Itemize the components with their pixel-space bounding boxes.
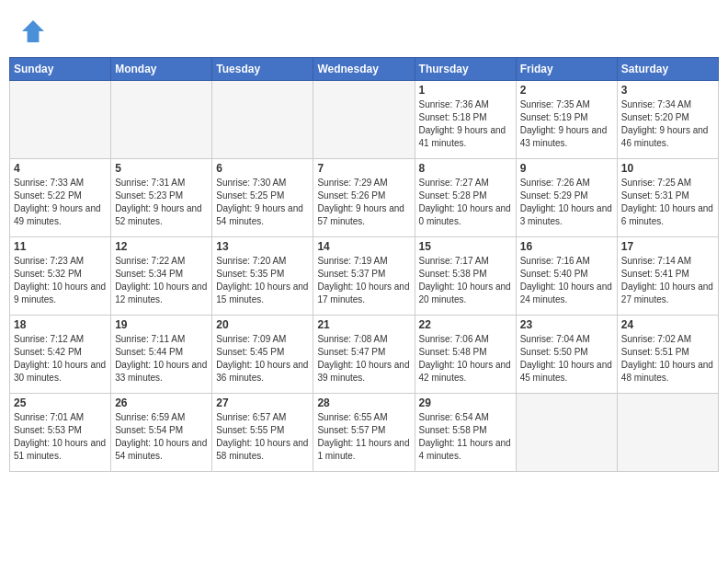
- day-detail: Sunrise: 7:30 AMSunset: 5:25 PMDaylight:…: [216, 177, 309, 228]
- calendar: SundayMondayTuesdayWednesdayThursdayFrid…: [9, 57, 719, 472]
- calendar-week-4: 18Sunrise: 7:12 AMSunset: 5:42 PMDayligh…: [10, 316, 719, 394]
- calendar-cell: 12Sunrise: 7:22 AMSunset: 5:34 PMDayligh…: [111, 237, 212, 316]
- day-number: 26: [115, 396, 208, 409]
- day-number: 20: [216, 318, 309, 331]
- logo: [18, 17, 51, 46]
- day-detail: Sunrise: 7:23 AMSunset: 5:32 PMDaylight:…: [14, 255, 107, 306]
- calendar-cell: 8Sunrise: 7:27 AMSunset: 5:28 PMDaylight…: [415, 159, 516, 237]
- day-number: 17: [621, 240, 714, 253]
- calendar-header-monday: Monday: [111, 58, 212, 81]
- day-detail: Sunrise: 6:55 AMSunset: 5:57 PMDaylight:…: [317, 411, 410, 463]
- day-number: 16: [520, 240, 613, 253]
- day-number: 23: [520, 318, 613, 331]
- day-detail: Sunrise: 7:08 AMSunset: 5:47 PMDaylight:…: [317, 333, 410, 385]
- day-number: 10: [621, 162, 714, 175]
- day-number: 28: [317, 396, 410, 409]
- day-detail: Sunrise: 7:35 AMSunset: 5:19 PMDaylight:…: [520, 98, 613, 150]
- day-number: 18: [14, 318, 107, 331]
- day-detail: Sunrise: 7:04 AMSunset: 5:50 PMDaylight:…: [520, 333, 613, 385]
- day-number: 7: [317, 162, 410, 175]
- day-number: 8: [419, 162, 512, 175]
- calendar-header-friday: Friday: [516, 58, 617, 81]
- day-detail: Sunrise: 7:27 AMSunset: 5:28 PMDaylight:…: [419, 177, 512, 228]
- day-detail: Sunrise: 6:54 AMSunset: 5:58 PMDaylight:…: [419, 411, 512, 463]
- calendar-cell: 18Sunrise: 7:12 AMSunset: 5:42 PMDayligh…: [10, 316, 111, 394]
- day-number: 25: [14, 396, 107, 409]
- calendar-cell: 25Sunrise: 7:01 AMSunset: 5:53 PMDayligh…: [10, 394, 111, 472]
- day-detail: Sunrise: 7:17 AMSunset: 5:38 PMDaylight:…: [419, 255, 512, 306]
- calendar-header-saturday: Saturday: [617, 58, 718, 81]
- calendar-cell: [10, 81, 111, 159]
- calendar-cell: [111, 81, 212, 159]
- calendar-header-wednesday: Wednesday: [313, 58, 415, 81]
- calendar-cell: 10Sunrise: 7:25 AMSunset: 5:31 PMDayligh…: [617, 159, 718, 237]
- svg-marker-0: [22, 20, 44, 42]
- day-detail: Sunrise: 7:34 AMSunset: 5:20 PMDaylight:…: [621, 98, 714, 150]
- day-number: 19: [115, 318, 208, 331]
- day-detail: Sunrise: 7:09 AMSunset: 5:45 PMDaylight:…: [216, 333, 309, 385]
- calendar-cell: 5Sunrise: 7:31 AMSunset: 5:23 PMDaylight…: [111, 159, 212, 237]
- day-detail: Sunrise: 7:01 AMSunset: 5:53 PMDaylight:…: [14, 411, 107, 463]
- day-number: 4: [14, 162, 107, 175]
- calendar-cell: 9Sunrise: 7:26 AMSunset: 5:29 PMDaylight…: [516, 159, 617, 237]
- day-detail: Sunrise: 7:02 AMSunset: 5:51 PMDaylight:…: [621, 333, 714, 385]
- day-detail: Sunrise: 7:26 AMSunset: 5:29 PMDaylight:…: [520, 177, 613, 228]
- calendar-cell: 20Sunrise: 7:09 AMSunset: 5:45 PMDayligh…: [212, 316, 313, 394]
- calendar-week-3: 11Sunrise: 7:23 AMSunset: 5:32 PMDayligh…: [10, 237, 719, 316]
- calendar-cell: 1Sunrise: 7:36 AMSunset: 5:18 PMDaylight…: [415, 81, 516, 159]
- day-detail: Sunrise: 7:31 AMSunset: 5:23 PMDaylight:…: [115, 177, 208, 228]
- calendar-cell: 22Sunrise: 7:06 AMSunset: 5:48 PMDayligh…: [415, 316, 516, 394]
- calendar-cell: 14Sunrise: 7:19 AMSunset: 5:37 PMDayligh…: [313, 237, 415, 316]
- day-number: 5: [115, 162, 208, 175]
- calendar-cell: 13Sunrise: 7:20 AMSunset: 5:35 PMDayligh…: [212, 237, 313, 316]
- calendar-cell: 16Sunrise: 7:16 AMSunset: 5:40 PMDayligh…: [516, 237, 617, 316]
- day-number: 21: [317, 318, 410, 331]
- day-detail: Sunrise: 7:12 AMSunset: 5:42 PMDaylight:…: [14, 333, 107, 385]
- day-number: 3: [621, 84, 714, 97]
- calendar-header-row: SundayMondayTuesdayWednesdayThursdayFrid…: [10, 58, 719, 81]
- day-number: 11: [14, 240, 107, 253]
- calendar-header-sunday: Sunday: [10, 58, 111, 81]
- day-detail: Sunrise: 7:36 AMSunset: 5:18 PMDaylight:…: [419, 98, 512, 150]
- calendar-cell: 29Sunrise: 6:54 AMSunset: 5:58 PMDayligh…: [415, 394, 516, 472]
- calendar-cell: 28Sunrise: 6:55 AMSunset: 5:57 PMDayligh…: [313, 394, 415, 472]
- calendar-week-2: 4Sunrise: 7:33 AMSunset: 5:22 PMDaylight…: [10, 159, 719, 237]
- day-detail: Sunrise: 6:57 AMSunset: 5:55 PMDaylight:…: [216, 411, 309, 463]
- day-number: 24: [621, 318, 714, 331]
- calendar-cell: 26Sunrise: 6:59 AMSunset: 5:54 PMDayligh…: [111, 394, 212, 472]
- calendar-cell: 15Sunrise: 7:17 AMSunset: 5:38 PMDayligh…: [415, 237, 516, 316]
- day-number: 22: [419, 318, 512, 331]
- day-detail: Sunrise: 7:19 AMSunset: 5:37 PMDaylight:…: [317, 255, 410, 306]
- calendar-header-thursday: Thursday: [415, 58, 516, 81]
- calendar-week-5: 25Sunrise: 7:01 AMSunset: 5:53 PMDayligh…: [10, 394, 719, 472]
- calendar-week-1: 1Sunrise: 7:36 AMSunset: 5:18 PMDaylight…: [10, 81, 719, 159]
- day-detail: Sunrise: 7:20 AMSunset: 5:35 PMDaylight:…: [216, 255, 309, 306]
- calendar-cell: 4Sunrise: 7:33 AMSunset: 5:22 PMDaylight…: [10, 159, 111, 237]
- day-detail: Sunrise: 7:14 AMSunset: 5:41 PMDaylight:…: [621, 255, 714, 306]
- calendar-cell: 19Sunrise: 7:11 AMSunset: 5:44 PMDayligh…: [111, 316, 212, 394]
- day-number: 29: [419, 396, 512, 409]
- day-number: 14: [317, 240, 410, 253]
- calendar-cell: 6Sunrise: 7:30 AMSunset: 5:25 PMDaylight…: [212, 159, 313, 237]
- day-detail: Sunrise: 7:16 AMSunset: 5:40 PMDaylight:…: [520, 255, 613, 306]
- calendar-cell: 7Sunrise: 7:29 AMSunset: 5:26 PMDaylight…: [313, 159, 415, 237]
- calendar-cell: 27Sunrise: 6:57 AMSunset: 5:55 PMDayligh…: [212, 394, 313, 472]
- day-detail: Sunrise: 7:29 AMSunset: 5:26 PMDaylight:…: [317, 177, 410, 228]
- calendar-cell: 3Sunrise: 7:34 AMSunset: 5:20 PMDaylight…: [617, 81, 718, 159]
- day-number: 13: [216, 240, 309, 253]
- calendar-cell: [212, 81, 313, 159]
- calendar-cell: 11Sunrise: 7:23 AMSunset: 5:32 PMDayligh…: [10, 237, 111, 316]
- day-number: 1: [419, 84, 512, 97]
- day-number: 27: [216, 396, 309, 409]
- calendar-cell: [313, 81, 415, 159]
- day-detail: Sunrise: 7:22 AMSunset: 5:34 PMDaylight:…: [115, 255, 208, 306]
- calendar-cell: [617, 394, 718, 472]
- calendar-cell: 24Sunrise: 7:02 AMSunset: 5:51 PMDayligh…: [617, 316, 718, 394]
- calendar-cell: 2Sunrise: 7:35 AMSunset: 5:19 PMDaylight…: [516, 81, 617, 159]
- day-detail: Sunrise: 7:11 AMSunset: 5:44 PMDaylight:…: [115, 333, 208, 385]
- day-number: 6: [216, 162, 309, 175]
- calendar-cell: 17Sunrise: 7:14 AMSunset: 5:41 PMDayligh…: [617, 237, 718, 316]
- day-detail: Sunrise: 7:25 AMSunset: 5:31 PMDaylight:…: [621, 177, 714, 228]
- calendar-cell: [516, 394, 617, 472]
- calendar-cell: 21Sunrise: 7:08 AMSunset: 5:47 PMDayligh…: [313, 316, 415, 394]
